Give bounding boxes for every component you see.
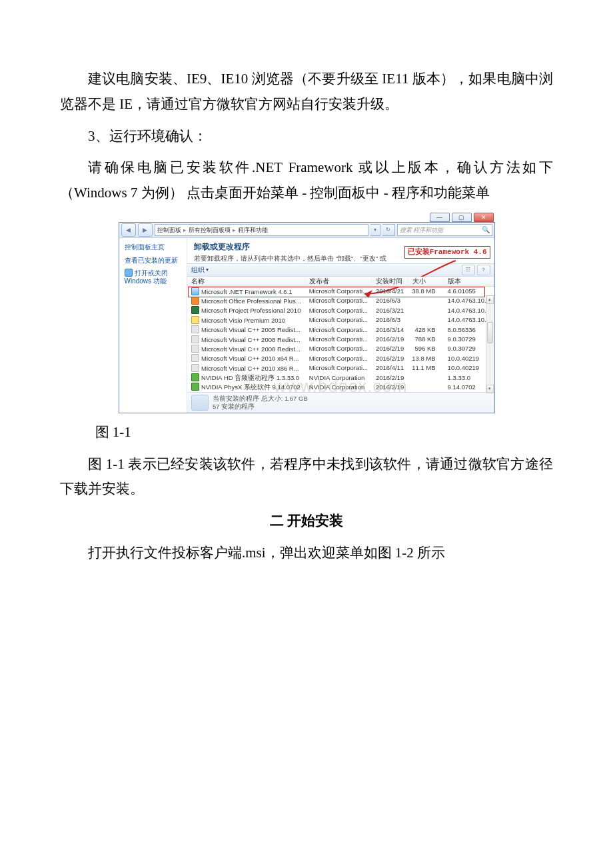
table-row[interactable]: Microsoft Visual C++ 2008 Redist...Micro… [187,344,494,353]
figure-caption-1-1: 图 1-1 [60,420,553,445]
program-icon [191,316,199,324]
screenshot-window: — ▢ ✕ ◀ ▶ 控制面板 ▸ 所有控制面板项 ▸ 程序和功能 ▾ ↻ 搜索 … [119,213,495,413]
sidebar-home-link[interactable]: 控制面板主页 [125,243,182,251]
table-row[interactable]: Microsoft Visio Premium 2010Microsoft Co… [187,315,494,325]
table-row[interactable]: Microsoft Office Professional Plus...Mic… [187,296,494,305]
minimize-button[interactable]: — [430,213,450,222]
program-icon [191,383,199,391]
status-bar: 当前安装的程序 总大小: 1.67 GB 57 安装的程序 [187,392,494,413]
scroll-thumb[interactable] [487,322,493,343]
chevron-right-icon: ▸ [183,227,187,234]
organize-button[interactable]: 组织 ▾ [191,266,209,273]
list-toolbar: 组织 ▾ ☷ ? [187,263,494,277]
search-icon: 🔍 [482,226,490,234]
program-icon [191,306,199,314]
table-row[interactable]: Microsoft Visual C++ 2005 Redist...Micro… [187,325,494,334]
programs-table: 名称 发布者 安装时间 大小 版本 Microsoft .NET Framewo… [187,277,494,392]
search-input[interactable]: 搜索 程序和功能 🔍 [397,224,492,236]
table-row[interactable]: Microsoft .NET Framework 4.6.1Microsoft … [187,286,494,296]
close-button[interactable]: ✕ [474,213,494,222]
chevron-down-icon: ▾ [206,267,209,273]
computer-icon [191,395,209,411]
help-button[interactable]: ? [477,265,490,275]
heading-section-2: 二 开始安装 [60,509,553,534]
vertical-scrollbar[interactable]: ▴ ▾ [486,295,494,393]
table-row[interactable]: Microsoft Project Professional 2010Micro… [187,305,494,315]
maximize-button[interactable]: ▢ [452,213,472,222]
table-row[interactable]: Microsoft Visual C++ 2008 Redist...Micro… [187,335,494,344]
program-icon [191,287,199,295]
scroll-down-icon[interactable]: ▾ [486,385,494,393]
scroll-up-icon[interactable]: ▴ [486,295,494,304]
paragraph-runtime-desc: 请确保电脑已安装软件.NET Framework 或以上版本，确认方法如下（Wi… [60,155,553,206]
paragraph-after-figure: 图 1-1 表示已经安装该软件，若程序中未找到该软件，请通过微软官方途径下载并安… [60,452,553,503]
status-total: 当前安装的程序 总大小: 1.67 GB [213,395,308,402]
program-icon [191,335,199,343]
breadcrumb-item[interactable]: 所有控制面板项 [189,227,231,234]
status-count: 57 安装的程序 [213,403,308,410]
program-icon [191,354,199,362]
table-row[interactable]: Microsoft Visual C++ 2010 x86 R...Micros… [187,363,494,373]
sidebar-windows-features-link[interactable]: 打开或关闭 Windows 功能 [125,269,182,285]
column-header-date[interactable]: 安装时间 [372,277,408,286]
breadcrumb-item[interactable]: 控制面板 [157,227,181,234]
content-area: 卸载或更改程序 若要卸载程序，请从列表中将其选中，然后单击 "卸载"、"更改" … [187,238,494,413]
column-header-name[interactable]: 名称 [187,277,305,286]
callout-label: 已安装Framework 4.6 [404,246,490,259]
program-icon [191,325,199,333]
view-mode-button[interactable]: ☷ [462,265,475,275]
breadcrumb[interactable]: 控制面板 ▸ 所有控制面板项 ▸ 程序和功能 [155,224,368,236]
table-row[interactable]: NVIDIA HD 音频驱动程序 1.3.33.0NVIDIA Corporat… [187,373,494,382]
column-header-version[interactable]: 版本 [444,277,494,286]
table-row[interactable]: Microsoft Visual C++ 2010 x64 R...Micros… [187,353,494,363]
back-button[interactable]: ◀ [121,223,136,237]
program-icon [191,345,199,353]
paragraph-ie: 建议电脑安装、IE9、IE10 浏览器（不要升级至 IE11 版本），如果电脑中… [60,67,553,117]
forward-button[interactable]: ▶ [138,223,153,237]
program-icon [191,373,199,381]
search-placeholder: 搜索 程序和功能 [400,227,444,234]
column-header-size[interactable]: 大小 [408,277,443,286]
refresh-button[interactable]: ↻ [382,224,395,236]
program-icon [191,364,199,372]
program-icon [191,297,199,305]
chevron-right-icon: ▸ [233,227,236,234]
breadcrumb-item[interactable]: 程序和功能 [238,227,268,234]
table-row[interactable]: NVIDIA PhysX 系统软件 9.14.0702NVIDIA Corpor… [187,382,494,391]
shield-icon [125,269,133,277]
paragraph-runtime-title: 3、运行环境确认： [60,124,553,149]
window-titlebar: — ▢ ✕ [119,213,495,222]
column-header-publisher[interactable]: 发布者 [305,277,372,286]
breadcrumb-dropdown[interactable]: ▾ [370,224,380,236]
sidebar-updates-link[interactable]: 查看已安装的更新 [125,257,182,265]
paragraph-open-msi: 打开执行文件投标客户端.msi，弹出欢迎菜单如图 1-2 所示 [60,541,553,566]
sidebar: 控制面板主页 查看已安装的更新 打开或关闭 Windows 功能 [119,238,188,413]
